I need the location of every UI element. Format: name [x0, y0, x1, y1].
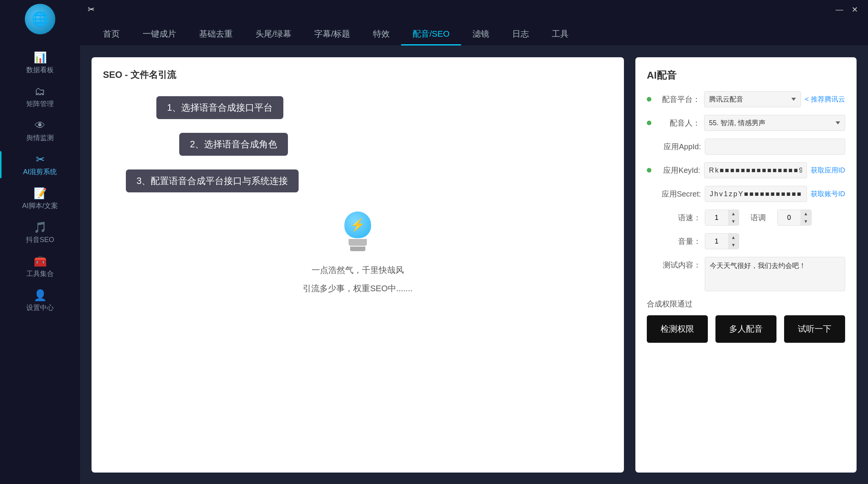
platform-row: 配音平台： 腾讯云配音 推荐腾讯云: [647, 91, 845, 107]
sidebar-item-settings[interactable]: 👤 设置中心: [0, 284, 80, 318]
step3-bubble: 3、配置语音合成平台接口与系统连接: [126, 169, 299, 192]
volume-spinner: ▲ ▼: [705, 233, 739, 249]
volume-up-button[interactable]: ▲: [728, 234, 739, 241]
tone-label: 语调: [751, 213, 773, 223]
volume-value[interactable]: [705, 234, 728, 249]
speed-tone-row: 语速： ▲ ▼ 语调 ▲ ▼: [647, 210, 845, 226]
nav-subtitle[interactable]: 字幕/标题: [303, 24, 362, 45]
minimize-button[interactable]: —: [834, 4, 845, 15]
volume-spinner-btns: ▲ ▼: [728, 234, 739, 249]
sidebar-item-monitor[interactable]: 👁 舆情监测: [0, 114, 80, 148]
content-area: SEO - 文件名引流 1、选择语音合成接口平台 2、选择语音合成角色 3、配置…: [80, 46, 868, 484]
slogan-line1: 一点浩然气，千里快哉风: [303, 261, 412, 279]
sidebar-label-dashboard: 数据看板: [26, 65, 54, 74]
permission-label: 合成权限通过: [647, 299, 845, 309]
nav-dedup[interactable]: 基础去重: [188, 24, 244, 45]
right-panel: AI配音 配音平台： 腾讯云配音 推荐腾讯云 配音人： 55. 智清, 情感男声: [635, 57, 857, 473]
speed-up-button[interactable]: ▲: [728, 210, 739, 218]
ai-script-icon: 📝: [34, 187, 47, 200]
main-area: ✂ — ✕ 首页 一键成片 基础去重 头尾/绿幕 字幕/标题 特效 配音/SEO…: [80, 0, 868, 484]
nav-log[interactable]: 日志: [501, 24, 540, 45]
sidebar-item-tools[interactable]: 🧰 工具集合: [0, 250, 80, 284]
tone-down-button[interactable]: ▼: [800, 218, 811, 225]
appid-label: 应用AppId:: [655, 142, 701, 152]
voice-select[interactable]: 55. 智清, 情感男声: [704, 115, 845, 131]
fetch-accountid-link[interactable]: 获取账号ID: [811, 189, 845, 198]
sidebar-label-tools: 工具集合: [26, 269, 54, 278]
appkeyid-label: 应用KeyId:: [654, 165, 700, 176]
test-label: 测试内容：: [655, 257, 701, 270]
volume-label: 音量：: [655, 236, 701, 247]
test-content-row: 测试内容： 今天天气很好，我们去约会吧！: [647, 257, 845, 291]
appkeyid-status-dot: [647, 168, 651, 173]
appid-input[interactable]: [705, 139, 845, 155]
nav-home[interactable]: 首页: [92, 24, 131, 45]
slogan: 一点浩然气，千里快哉风 引流多少事，权重SEO中.......: [303, 261, 412, 298]
tone-up-button[interactable]: ▲: [800, 210, 811, 218]
settings-icon: 👤: [34, 289, 47, 302]
app-logo: 🌐: [25, 4, 55, 34]
sidebar-label-monitor: 舆情监测: [26, 133, 54, 142]
test-textarea[interactable]: 今天天气很好，我们去约会吧！: [705, 257, 845, 291]
sidebar-item-ai-script[interactable]: 📝 AI脚本/文案: [0, 182, 80, 216]
tone-value[interactable]: [778, 210, 800, 225]
lightbulb-icon: ⚡: [341, 211, 375, 253]
speed-spinner-btns: ▲ ▼: [728, 210, 739, 225]
sidebar-item-tiktok-seo[interactable]: 🎵 抖音SEO: [0, 216, 80, 250]
nav-head-tail[interactable]: 头尾/绿幕: [244, 24, 303, 45]
navbar: 首页 一键成片 基础去重 头尾/绿幕 字幕/标题 特效 配音/SEO 滤镜 日志…: [80, 19, 868, 46]
monitor-icon: 👁: [35, 119, 45, 132]
left-panel: SEO - 文件名引流 1、选择语音合成接口平台 2、选择语音合成角色 3、配置…: [92, 57, 624, 473]
step1-bubble: 1、选择语音合成接口平台: [156, 96, 283, 119]
check-permission-button[interactable]: 检测权限: [647, 315, 708, 343]
slogan-line2: 引流多少事，权重SEO中.......: [303, 279, 412, 298]
close-button[interactable]: ✕: [849, 4, 860, 15]
tone-spinner-btns: ▲ ▼: [800, 210, 811, 225]
speed-down-button[interactable]: ▼: [728, 218, 739, 225]
platform-status-dot: [647, 97, 651, 102]
appsecret-label: 应用Secret:: [655, 189, 701, 199]
platform-select[interactable]: 腾讯云配音: [704, 91, 801, 107]
sidebar-label-ai-script: AI脚本/文案: [22, 201, 58, 210]
fetch-appid-link[interactable]: 获取应用ID: [811, 166, 845, 175]
sidebar-item-ai-mix[interactable]: ✂ AI混剪系统: [0, 148, 80, 182]
voice-label: 配音人：: [654, 118, 700, 128]
volume-down-button[interactable]: ▼: [728, 241, 739, 249]
tone-spinner: ▲ ▼: [777, 210, 812, 226]
speed-label: 语速：: [655, 213, 701, 223]
nav-tools[interactable]: 工具: [540, 24, 580, 45]
step2-bubble: 2、选择语音合成角色: [179, 133, 288, 156]
nav-dubbing-seo[interactable]: 配音/SEO: [401, 24, 461, 45]
sidebar-label-tiktok-seo: 抖音SEO: [26, 235, 54, 244]
appid-row: 应用AppId:: [647, 139, 845, 155]
voice-status-dot: [647, 121, 651, 125]
speed-spinner: ▲ ▼: [705, 210, 739, 226]
tiktok-seo-icon: 🎵: [34, 221, 47, 234]
platform-label: 配音平台：: [654, 94, 700, 105]
bolt-icon: ⚡: [350, 218, 365, 232]
matrix-icon: 🗂: [35, 85, 45, 98]
recommend-link[interactable]: 推荐腾讯云: [805, 95, 845, 104]
preview-button[interactable]: 试听一下: [784, 315, 845, 343]
appsecret-row: 应用Secret: 获取账号ID: [647, 186, 845, 202]
action-buttons: 检测权限 多人配音 试听一下: [647, 315, 845, 343]
sidebar-item-dashboard[interactable]: 📊 数据看板: [0, 46, 80, 80]
tools-icon: 🧰: [34, 255, 47, 268]
nav-one-click[interactable]: 一键成片: [131, 24, 188, 45]
sidebar-item-matrix[interactable]: 🗂 矩阵管理: [0, 80, 80, 114]
titlebar: ✂ — ✕: [80, 0, 868, 19]
appkeyid-input[interactable]: [704, 162, 807, 178]
volume-row: 音量： ▲ ▼: [647, 233, 845, 249]
appsecret-input[interactable]: [705, 186, 807, 202]
panel-title: SEO - 文件名引流: [103, 69, 612, 81]
appkeyid-row: 应用KeyId: 获取应用ID: [647, 162, 845, 178]
window-controls: — ✕: [834, 4, 860, 15]
bulb-base: [349, 239, 367, 246]
multi-dubbing-button[interactable]: 多人配音: [715, 315, 776, 343]
bulb-body: ⚡: [344, 211, 371, 238]
voice-row: 配音人： 55. 智清, 情感男声: [647, 115, 845, 131]
nav-effects[interactable]: 特效: [362, 24, 401, 45]
nav-filter[interactable]: 滤镜: [461, 24, 501, 45]
sidebar-label-settings: 设置中心: [26, 303, 54, 312]
speed-value[interactable]: [705, 210, 728, 225]
